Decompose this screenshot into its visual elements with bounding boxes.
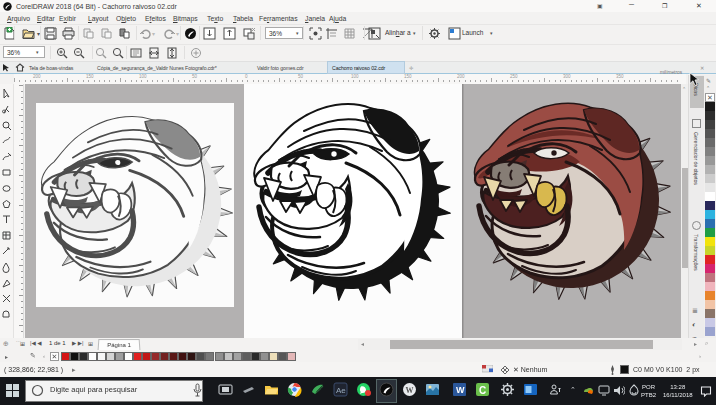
svg-text:Ae: Ae [336, 386, 346, 395]
svg-text:W: W [456, 385, 465, 395]
svg-text:C: C [479, 385, 486, 396]
svg-text:W: W [406, 386, 414, 395]
